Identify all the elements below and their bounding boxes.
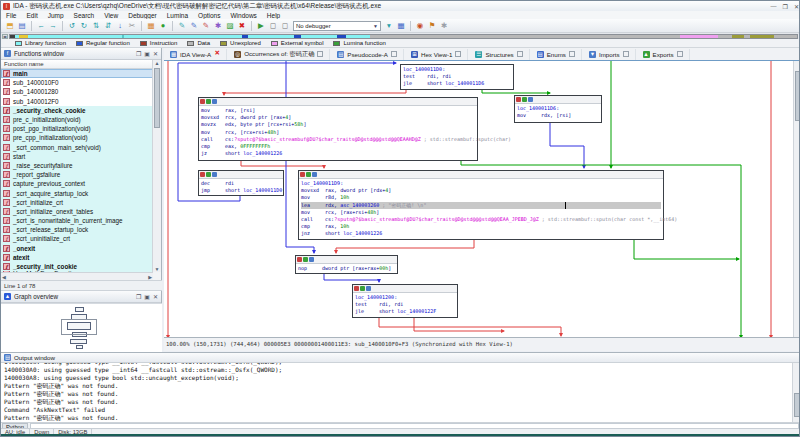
close-icon[interactable]: ✕ bbox=[794, 3, 799, 10]
graph-icon[interactable] bbox=[516, 97, 521, 102]
pin-icon[interactable]: ▣ bbox=[144, 50, 150, 57]
code-line[interactable]: loc_1400011D9: bbox=[301, 180, 661, 187]
function-row[interactable]: fsub_1400012F0 bbox=[1, 97, 153, 106]
code-line[interactable]: mov rcx, [rcx+rsi+48h] bbox=[201, 129, 475, 136]
tab-occurrences-of-[interactable]: ◎Occurrences of: 密码正确 bbox=[228, 49, 330, 60]
scroll-thumb[interactable] bbox=[794, 393, 800, 417]
graph-node-blk-dec-loop[interactable]: dec rdijmp short loc_1400011D0 bbox=[198, 170, 284, 196]
code-line[interactable]: dec rdi bbox=[201, 180, 281, 187]
sync-icon[interactable] bbox=[528, 97, 533, 102]
ida-graph-view[interactable]: loc_1400011D0:test rdi, rdijle short loc… bbox=[164, 60, 800, 337]
save-icon[interactable]: ▤ bbox=[17, 20, 28, 31]
menu-file[interactable]: File bbox=[1, 12, 21, 19]
graph-node-blk-1400011D9[interactable]: loc_1400011D9:movsxd rax, dword ptr [rdx… bbox=[298, 170, 664, 240]
code-line[interactable]: jz short loc_140001226 bbox=[201, 150, 475, 157]
code-line[interactable]: jle short loc_1400011D6 bbox=[403, 80, 511, 87]
open-file-icon[interactable]: ⬒ bbox=[5, 20, 16, 31]
function-row[interactable]: f_scrt_is_nonwritable_in_current_image bbox=[1, 216, 153, 225]
windows-grid-icon[interactable]: ▦ bbox=[396, 20, 407, 31]
tab-enums[interactable]: ▤Enums bbox=[531, 49, 582, 60]
float-icon[interactable]: ❐ bbox=[136, 293, 141, 300]
code-line[interactable]: test rdi, rdi bbox=[355, 301, 455, 308]
function-row[interactable]: f_scrt_common_main_seh(void) bbox=[1, 143, 153, 152]
tab-hex-view-1[interactable]: ⊞Hex View-1 bbox=[405, 49, 469, 60]
close-icon[interactable]: ✕ bbox=[153, 50, 158, 57]
function-row[interactable]: fpost_pgo_initialization(void) bbox=[1, 124, 153, 133]
edit-blue-icon[interactable]: ✎ bbox=[189, 20, 200, 31]
scroll-down-icon[interactable]: ▼ bbox=[153, 266, 161, 272]
graph-icon[interactable] bbox=[200, 172, 205, 177]
output-scrollbar[interactable] bbox=[792, 363, 800, 422]
text-icon[interactable] bbox=[360, 286, 365, 291]
tab-ida-view-a[interactable]: ▦IDA View-A✕ bbox=[164, 49, 227, 60]
function-row[interactable]: fpre_cpp_initialization(void) bbox=[1, 133, 153, 142]
graph-icon[interactable] bbox=[300, 172, 305, 177]
tab-close-box[interactable] bbox=[623, 51, 629, 57]
code-line[interactable]: mov r8d, 10h bbox=[301, 194, 661, 201]
code-line[interactable]: loc_1400011D6: bbox=[517, 105, 599, 112]
debug-start-icon[interactable]: ▶ bbox=[256, 20, 267, 31]
code-line[interactable]: jmp short loc_1400011D0 bbox=[201, 187, 281, 194]
pin-icon[interactable]: ▣ bbox=[144, 293, 150, 300]
text-icon[interactable] bbox=[303, 257, 308, 262]
function-row[interactable]: fstart bbox=[1, 152, 153, 161]
text-icon[interactable] bbox=[206, 172, 211, 177]
scroll-up-icon[interactable]: ▲ bbox=[153, 60, 161, 66]
debugger-select[interactable]: No debugger▼ bbox=[293, 21, 381, 31]
flag-icon[interactable]: ⚑ bbox=[427, 20, 438, 31]
function-row[interactable]: fpre_c_initialization(void) bbox=[1, 115, 153, 124]
graph-icon[interactable] bbox=[354, 286, 359, 291]
code-line[interactable]: nop dword ptr [rax+rax+00h] bbox=[298, 265, 395, 272]
menu-help[interactable]: Help bbox=[262, 12, 285, 19]
down-arrow-icon[interactable]: ↓ bbox=[115, 20, 126, 31]
code-line[interactable]: mov rax, [rsi] bbox=[201, 107, 475, 114]
function-row[interactable]: fatexit bbox=[1, 253, 153, 262]
sync-icon[interactable] bbox=[212, 99, 217, 104]
menu-view[interactable]: View bbox=[99, 12, 123, 19]
tab-close-box[interactable] bbox=[569, 51, 575, 57]
delete-icon[interactable]: ✖ bbox=[237, 20, 248, 31]
minimize-icon[interactable]: — bbox=[771, 3, 777, 10]
function-row[interactable]: f_scrt_uninitialize_crt bbox=[1, 234, 153, 243]
lumina-icon[interactable]: ● bbox=[158, 20, 169, 31]
graph-node-blk-sputc[interactable]: mov rax, [rsi]movsxd rcx, dword ptr [rax… bbox=[198, 97, 478, 161]
functions-window-buttons[interactable]: ❐▣✕ bbox=[136, 50, 158, 57]
close-icon[interactable]: ✕ bbox=[153, 293, 158, 300]
edit-teal-icon[interactable]: ✎ bbox=[177, 20, 188, 31]
sync-icon[interactable] bbox=[212, 172, 217, 177]
menu-options[interactable]: Options bbox=[193, 12, 225, 19]
graph-scrollbar[interactable] bbox=[793, 61, 800, 337]
code-line[interactable]: mov rdx, [rsi] bbox=[517, 112, 599, 119]
tab-close-box[interactable] bbox=[677, 51, 683, 57]
graph-overview-map[interactable] bbox=[1, 303, 162, 353]
undo-jump-icon[interactable]: ↺ bbox=[67, 20, 78, 31]
code-line[interactable]: call cs:?sputn@?$basic_streambuf@DU?$cha… bbox=[301, 216, 661, 223]
tab-pseudocode-a[interactable]: ▤Pseudocode-A bbox=[331, 49, 404, 60]
debug-options-icon[interactable]: ▾ bbox=[384, 20, 395, 31]
patch-icon[interactable]: ✱ bbox=[213, 20, 224, 31]
menu-lumina[interactable]: Lumina bbox=[162, 12, 193, 19]
debug-pause-icon[interactable]: ◻ bbox=[268, 20, 279, 31]
tab-exports[interactable]: ▲Exports bbox=[637, 49, 690, 60]
code-line[interactable]: call cs:?sputc@?$basic_streambuf@DU?$cha… bbox=[201, 136, 475, 143]
scroll-thumb[interactable] bbox=[154, 68, 160, 128]
function-name-header[interactable]: Function name bbox=[1, 60, 153, 69]
sync-icon[interactable] bbox=[312, 172, 317, 177]
sync-icon[interactable] bbox=[366, 286, 371, 291]
graph-node-blk-140001200[interactable]: loc_140001200:test rdi, rdijle short loc… bbox=[352, 284, 458, 318]
screenshot-icon[interactable]: ▦ bbox=[146, 20, 157, 31]
graph-icon[interactable] bbox=[200, 99, 205, 104]
edit-red-icon[interactable]: ✎ bbox=[201, 20, 212, 31]
tab-close-box[interactable] bbox=[517, 51, 523, 57]
code-line[interactable]: test rdi, rdi bbox=[403, 73, 511, 80]
function-row[interactable]: f_raise_securityfailure bbox=[1, 161, 153, 170]
function-row[interactable]: fmain bbox=[1, 69, 153, 78]
function-row[interactable]: f_report_gsfailure bbox=[1, 170, 153, 179]
text-icon[interactable] bbox=[206, 99, 211, 104]
menu-jump[interactable]: Jump bbox=[43, 12, 69, 19]
scroll-left-icon[interactable]: ◀ bbox=[2, 274, 6, 280]
jump-icon[interactable]: ⇅ bbox=[91, 20, 102, 31]
text-icon[interactable] bbox=[522, 97, 527, 102]
function-row[interactable]: f_scrt_acquire_startup_lock bbox=[1, 188, 153, 197]
menu-search[interactable]: Search bbox=[69, 12, 100, 19]
